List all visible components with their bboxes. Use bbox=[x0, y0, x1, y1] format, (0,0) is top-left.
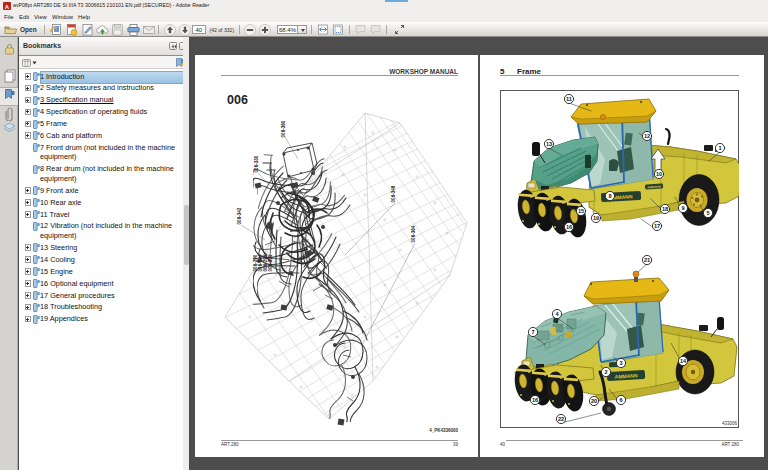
svg-text:21: 21 bbox=[644, 257, 650, 263]
svg-text:2: 2 bbox=[604, 369, 607, 375]
svg-text:AMMANN: AMMANN bbox=[615, 372, 638, 379]
svg-text:006-330: 006-330 bbox=[254, 155, 259, 172]
svg-text:006-360: 006-360 bbox=[281, 120, 286, 137]
svg-text:11: 11 bbox=[566, 96, 572, 102]
svg-text:22: 22 bbox=[558, 416, 564, 422]
svg-text:A: A bbox=[5, 4, 10, 10]
svg-text:006-342: 006-342 bbox=[237, 207, 242, 224]
svg-text:17: 17 bbox=[654, 223, 660, 229]
svg-text:5: 5 bbox=[706, 210, 709, 216]
svg-text:14: 14 bbox=[680, 358, 687, 364]
svg-text:1: 1 bbox=[718, 145, 721, 151]
svg-text:7: 7 bbox=[531, 329, 534, 335]
svg-text:15: 15 bbox=[578, 208, 584, 214]
svg-text:18: 18 bbox=[662, 206, 668, 212]
svg-text:16: 16 bbox=[532, 397, 538, 403]
svg-text:12: 12 bbox=[644, 133, 650, 139]
svg-text:006-348: 006-348 bbox=[391, 185, 396, 202]
svg-text:20: 20 bbox=[591, 398, 597, 404]
svg-text:19: 19 bbox=[593, 215, 599, 221]
svg-text:006-364: 006-364 bbox=[411, 225, 416, 242]
svg-text:6: 6 bbox=[619, 397, 622, 403]
svg-text:16: 16 bbox=[566, 224, 572, 230]
svg-text:13: 13 bbox=[546, 141, 552, 147]
svg-text:10: 10 bbox=[656, 171, 662, 177]
svg-text:3: 3 bbox=[619, 360, 622, 366]
svg-text:006-301: 006-301 bbox=[268, 254, 273, 271]
svg-text:9: 9 bbox=[681, 205, 684, 211]
svg-text:8: 8 bbox=[608, 193, 611, 199]
